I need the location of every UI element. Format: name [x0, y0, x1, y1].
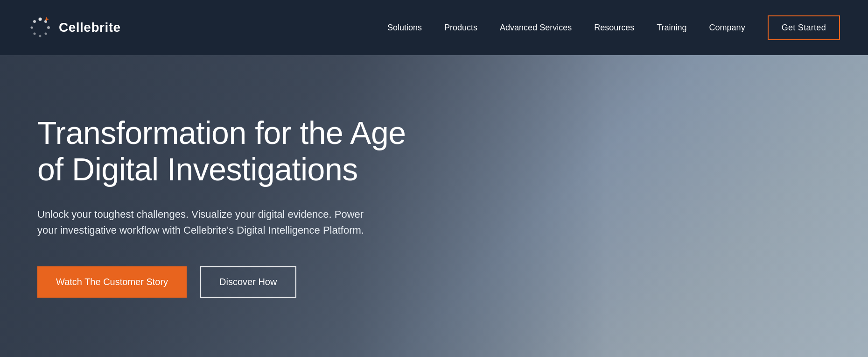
- svg-point-3: [45, 33, 47, 35]
- nav-advanced-services[interactable]: Advanced Services: [500, 23, 572, 33]
- navbar: Cellebrite Solutions Products Advanced S…: [0, 0, 868, 55]
- get-started-button[interactable]: Get Started: [768, 15, 840, 40]
- svg-point-5: [34, 33, 36, 35]
- svg-point-4: [39, 35, 42, 37]
- hero-subtitle: Unlock your toughest challenges. Visuali…: [37, 207, 373, 238]
- svg-point-6: [31, 27, 33, 29]
- nav-training[interactable]: Training: [657, 23, 686, 33]
- hero-buttons: Watch The Customer Story Discover How: [37, 266, 420, 298]
- nav-company[interactable]: Company: [709, 23, 745, 33]
- hero-content: Transformation for the Age of Digital In…: [37, 114, 420, 298]
- cellebrite-logo-icon: [28, 15, 52, 40]
- nav-resources[interactable]: Resources: [594, 23, 634, 33]
- nav-links: Solutions Products Advanced Services Res…: [387, 23, 745, 33]
- discover-how-button[interactable]: Discover How: [200, 266, 296, 298]
- nav-solutions[interactable]: Solutions: [387, 23, 422, 33]
- hero-title: Transformation for the Age of Digital In…: [37, 114, 420, 187]
- brand-name: Cellebrite: [59, 20, 121, 35]
- logo-area[interactable]: Cellebrite: [28, 15, 121, 40]
- svg-point-7: [33, 20, 36, 23]
- watch-customer-story-button[interactable]: Watch The Customer Story: [37, 266, 187, 298]
- svg-point-2: [47, 26, 50, 29]
- hero-section: Transformation for the Age of Digital In…: [0, 55, 868, 357]
- svg-point-0: [39, 18, 42, 21]
- nav-products[interactable]: Products: [444, 23, 477, 33]
